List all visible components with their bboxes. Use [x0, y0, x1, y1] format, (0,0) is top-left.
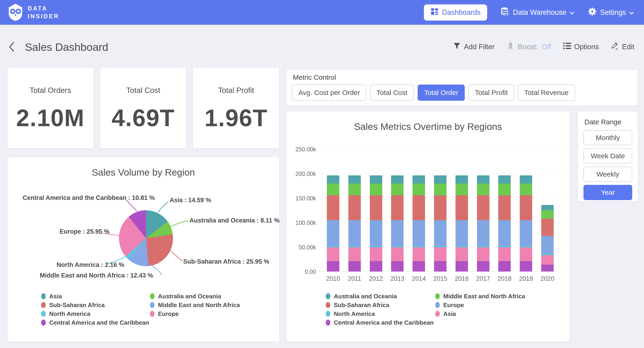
bar-segment[interactable]: [327, 261, 339, 271]
stacked-bar-2011[interactable]: [348, 112, 361, 271]
legend-item[interactable]: Middle East and North Africa: [150, 301, 240, 309]
bar-segment[interactable]: [520, 220, 532, 246]
stacked-bar-2018[interactable]: [498, 112, 511, 271]
stacked-bar-2013[interactable]: [391, 112, 404, 271]
bar-segment[interactable]: [434, 261, 446, 271]
bar-segment[interactable]: [391, 247, 404, 261]
bar-segment[interactable]: [370, 220, 382, 246]
metric-button[interactable]: Total Profit: [468, 85, 514, 101]
bar-segment[interactable]: [498, 175, 511, 183]
bar-segment[interactable]: [434, 247, 446, 261]
stacked-bar-2017[interactable]: [477, 112, 490, 271]
stacked-bar-2014[interactable]: [412, 112, 425, 271]
bar-segment[interactable]: [348, 175, 361, 183]
back-button[interactable]: [8, 42, 15, 52]
legend-item[interactable]: North America: [41, 309, 149, 318]
date-range-button[interactable]: Week Date: [584, 148, 632, 164]
bar-segment[interactable]: [348, 195, 361, 220]
bar-segment[interactable]: [391, 195, 404, 220]
bar-segment[interactable]: [412, 220, 425, 246]
bar-segment[interactable]: [434, 246, 446, 247]
bar-segment[interactable]: [541, 205, 554, 210]
bar-segment[interactable]: [520, 247, 532, 261]
bar-segment[interactable]: [327, 247, 339, 261]
bar-segment[interactable]: [477, 195, 490, 220]
bar-segment[interactable]: [327, 175, 339, 183]
bar-segment[interactable]: [412, 195, 425, 220]
bar-segment[interactable]: [456, 195, 468, 220]
bar-segment[interactable]: [348, 246, 361, 247]
edit-button[interactable]: Edit: [611, 42, 634, 52]
bar-segment[interactable]: [370, 246, 382, 247]
legend-item[interactable]: Middle East and North Africa: [435, 292, 525, 301]
bar-segment[interactable]: [477, 246, 490, 247]
bar-segment[interactable]: [348, 183, 361, 195]
bar-segment[interactable]: [541, 254, 554, 255]
bar-segment[interactable]: [520, 261, 532, 271]
bar-segment[interactable]: [327, 195, 339, 220]
bar-segment[interactable]: [391, 183, 404, 195]
stacked-bar-2012[interactable]: [370, 112, 382, 271]
legend-item[interactable]: Sub-Saharan Africa: [326, 301, 434, 309]
legend-item[interactable]: Central America and the Caribbean: [326, 318, 434, 327]
bar-segment[interactable]: [434, 175, 446, 183]
bar-segment[interactable]: [541, 236, 554, 254]
bar-segment[interactable]: [434, 195, 446, 220]
bar-segment[interactable]: [498, 195, 511, 220]
bar-segment[interactable]: [434, 183, 446, 195]
bar-segment[interactable]: [391, 246, 404, 247]
bar-segment[interactable]: [498, 261, 511, 271]
legend-item[interactable]: North America: [326, 309, 434, 318]
bar-segment[interactable]: [412, 246, 425, 247]
bar-segment[interactable]: [456, 175, 468, 183]
bar-segment[interactable]: [370, 195, 382, 220]
bar-segment[interactable]: [520, 175, 532, 183]
legend-item[interactable]: Asia: [41, 292, 149, 301]
add-filter-button[interactable]: Add Filter: [453, 42, 494, 52]
metric-button[interactable]: Total Revenue: [518, 85, 575, 101]
bar-segment[interactable]: [456, 220, 468, 246]
bar-segment[interactable]: [370, 175, 382, 183]
legend-item[interactable]: Asia: [435, 309, 525, 318]
bar-segment[interactable]: [391, 220, 404, 246]
bar-segment[interactable]: [391, 175, 404, 183]
metric-button[interactable]: Total Cost: [370, 85, 414, 101]
date-range-button[interactable]: Weekly: [584, 167, 632, 182]
bar-segment[interactable]: [348, 220, 361, 246]
options-button[interactable]: Options: [563, 43, 599, 51]
bar-segment[interactable]: [412, 183, 425, 195]
stacked-bar-2016[interactable]: [456, 112, 468, 271]
bar-segment[interactable]: [391, 261, 404, 271]
bar-segment[interactable]: [520, 246, 532, 247]
bar-segment[interactable]: [477, 183, 490, 195]
boost-toggle[interactable]: Boost: Off: [506, 42, 551, 52]
metric-button[interactable]: Avg. Cost per Order: [292, 85, 366, 101]
bar-segment[interactable]: [520, 183, 532, 195]
stacked-bar-2010[interactable]: [327, 112, 339, 271]
bar-segment[interactable]: [327, 183, 339, 195]
nav-dashboards-button[interactable]: Dashboards: [424, 5, 487, 21]
bar-segment[interactable]: [541, 210, 554, 219]
date-range-button[interactable]: Year: [584, 185, 632, 200]
stacked-bar-2015[interactable]: [434, 112, 446, 271]
bar-segment[interactable]: [498, 183, 511, 195]
bar-segment[interactable]: [412, 175, 425, 183]
legend-item[interactable]: Sub-Saharan Africa: [41, 301, 149, 309]
bar-segment[interactable]: [541, 265, 554, 271]
brand-logo[interactable]: DATAINSIDER: [7, 3, 59, 22]
bar-segment[interactable]: [498, 247, 511, 261]
legend-item[interactable]: Australia and Oceania: [150, 292, 240, 301]
legend-item[interactable]: Europe: [150, 309, 240, 318]
bar-segment[interactable]: [370, 183, 382, 195]
bar-segment[interactable]: [348, 261, 361, 271]
stacked-bar-2019[interactable]: [520, 112, 532, 271]
bar-segment[interactable]: [434, 220, 446, 246]
nav-settings[interactable]: Settings: [588, 7, 634, 18]
bar-segment[interactable]: [477, 247, 490, 261]
pie-chart[interactable]: [119, 210, 173, 266]
legend-item[interactable]: Australia and Oceania: [326, 292, 434, 301]
bar-segment[interactable]: [541, 255, 554, 265]
bar-segment[interactable]: [327, 220, 339, 246]
nav-data-warehouse[interactable]: Data Warehouse: [500, 7, 574, 18]
bar-segment[interactable]: [541, 219, 554, 236]
